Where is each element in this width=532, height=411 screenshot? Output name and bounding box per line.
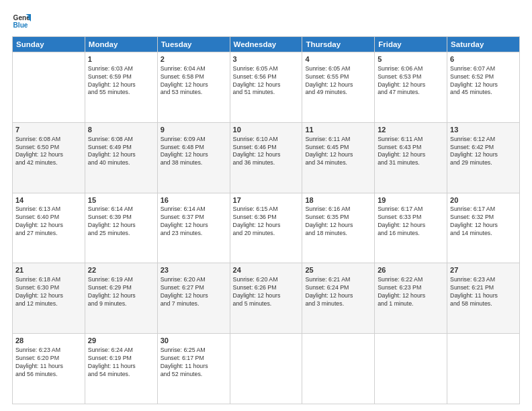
calendar-cell: 1Sunrise: 6:03 AMSunset: 6:59 PMDaylight… — [85, 52, 157, 123]
day-number: 21 — [15, 265, 82, 275]
day-info: Sunrise: 6:14 AM — [161, 205, 227, 214]
day-info: Daylight: 12 hours — [88, 81, 154, 89]
weekday-header-thursday: Thursday — [302, 37, 375, 52]
day-info: Sunrise: 6:06 AM — [378, 65, 444, 73]
day-info: Sunset: 6:39 PM — [88, 214, 154, 222]
day-number: 25 — [305, 265, 371, 275]
day-info: Sunset: 6:40 PM — [15, 214, 82, 222]
day-info: and 9 minutes. — [88, 300, 154, 308]
calendar-cell: 14Sunrise: 6:13 AMSunset: 6:40 PMDayligh… — [13, 193, 85, 263]
day-number: 12 — [378, 125, 444, 135]
day-info: and 49 minutes. — [305, 89, 371, 97]
day-info: Sunrise: 6:23 AM — [450, 276, 517, 284]
day-number: 23 — [161, 265, 227, 275]
day-info: Daylight: 12 hours — [88, 222, 154, 230]
calendar-cell: 21Sunrise: 6:18 AMSunset: 6:30 PMDayligh… — [13, 263, 85, 334]
day-info: Daylight: 12 hours — [233, 81, 300, 89]
day-info: Sunset: 6:19 PM — [88, 355, 154, 363]
day-info: Sunset: 6:45 PM — [305, 144, 371, 152]
day-info: and 54 minutes. — [88, 371, 154, 379]
day-info: Sunset: 6:53 PM — [378, 73, 444, 81]
day-number: 20 — [450, 195, 517, 205]
day-info: and 45 minutes. — [450, 89, 517, 97]
day-number: 27 — [450, 265, 517, 275]
day-number: 8 — [88, 125, 154, 135]
day-info: Daylight: 12 hours — [450, 222, 517, 230]
day-info: Daylight: 12 hours — [450, 151, 517, 159]
calendar-cell: 4Sunrise: 6:05 AMSunset: 6:55 PMDaylight… — [302, 52, 375, 123]
day-number: 30 — [161, 336, 227, 346]
day-info: and 12 minutes. — [15, 300, 82, 308]
day-info: Sunrise: 6:19 AM — [88, 276, 154, 284]
day-info: and 14 minutes. — [450, 230, 517, 238]
logo: General Blue — [12, 12, 34, 31]
calendar-cell — [13, 52, 85, 123]
day-info: and 51 minutes. — [233, 89, 300, 97]
day-info: and 27 minutes. — [15, 230, 82, 238]
day-info: Sunset: 6:23 PM — [378, 284, 444, 292]
day-info: Sunrise: 6:21 AM — [305, 276, 371, 284]
calendar-cell: 27Sunrise: 6:23 AMSunset: 6:21 PMDayligh… — [447, 263, 520, 334]
day-info: Sunrise: 6:10 AM — [233, 136, 300, 144]
day-info: Daylight: 12 hours — [305, 151, 371, 159]
week-row-4: 28Sunrise: 6:23 AMSunset: 6:20 PMDayligh… — [13, 334, 520, 404]
day-number: 3 — [233, 54, 300, 64]
calendar-cell: 29Sunrise: 6:24 AMSunset: 6:19 PMDayligh… — [85, 334, 157, 404]
day-info: and 38 minutes. — [161, 159, 227, 167]
day-info: Sunset: 6:30 PM — [15, 284, 82, 292]
day-number: 13 — [450, 125, 517, 135]
day-number: 7 — [15, 125, 82, 135]
calendar-cell: 6Sunrise: 6:07 AMSunset: 6:52 PMDaylight… — [447, 52, 520, 123]
day-info: and 1 minute. — [378, 300, 444, 308]
day-info: and 25 minutes. — [88, 230, 154, 238]
calendar-cell: 18Sunrise: 6:16 AMSunset: 6:35 PMDayligh… — [302, 193, 375, 263]
weekday-header-sunday: Sunday — [13, 37, 85, 52]
day-info: and 23 minutes. — [161, 230, 227, 238]
day-info: Daylight: 12 hours — [88, 292, 154, 300]
day-info: Sunrise: 6:18 AM — [15, 276, 82, 284]
day-number: 16 — [161, 195, 227, 205]
day-info: Sunrise: 6:07 AM — [450, 65, 517, 73]
day-info: and 3 minutes. — [305, 300, 371, 308]
day-info: Daylight: 12 hours — [305, 81, 371, 89]
day-info: Daylight: 12 hours — [378, 151, 444, 159]
day-info: Sunrise: 6:05 AM — [233, 65, 300, 73]
day-info: and 16 minutes. — [378, 230, 444, 238]
day-info: Sunset: 6:59 PM — [88, 73, 154, 81]
day-info: Sunset: 6:36 PM — [233, 214, 300, 222]
weekday-header-friday: Friday — [375, 37, 447, 52]
day-info: Sunset: 6:43 PM — [378, 144, 444, 152]
day-info: Sunset: 6:24 PM — [305, 284, 371, 292]
day-info: Daylight: 12 hours — [15, 292, 82, 300]
day-number: 24 — [233, 265, 300, 275]
week-row-2: 14Sunrise: 6:13 AMSunset: 6:40 PMDayligh… — [13, 193, 520, 263]
calendar-cell: 22Sunrise: 6:19 AMSunset: 6:29 PMDayligh… — [85, 263, 157, 334]
day-number: 10 — [233, 125, 300, 135]
day-info: and 20 minutes. — [233, 230, 300, 238]
weekday-header-row: SundayMondayTuesdayWednesdayThursdayFrid… — [13, 37, 520, 52]
day-number: 22 — [88, 265, 154, 275]
day-info: Daylight: 12 hours — [161, 292, 227, 300]
day-info: Sunrise: 6:08 AM — [88, 136, 154, 144]
day-info: and 58 minutes. — [450, 300, 517, 308]
day-info: Daylight: 12 hours — [233, 151, 300, 159]
svg-text:Blue: Blue — [13, 21, 28, 29]
calendar-cell — [302, 334, 375, 404]
day-info: and 18 minutes. — [305, 230, 371, 238]
calendar-cell: 20Sunrise: 6:17 AMSunset: 6:32 PMDayligh… — [447, 193, 520, 263]
day-info: Daylight: 12 hours — [15, 222, 82, 230]
weekday-header-tuesday: Tuesday — [157, 37, 230, 52]
page: General Blue SundayMondayTuesdayWednesda… — [0, 0, 532, 411]
day-info: Daylight: 12 hours — [15, 151, 82, 159]
calendar-cell: 23Sunrise: 6:20 AMSunset: 6:27 PMDayligh… — [157, 263, 230, 334]
day-info: Sunrise: 6:15 AM — [233, 205, 300, 214]
week-row-1: 7Sunrise: 6:08 AMSunset: 6:50 PMDaylight… — [13, 122, 520, 193]
week-row-0: 1Sunrise: 6:03 AMSunset: 6:59 PMDaylight… — [13, 52, 520, 123]
day-number: 6 — [450, 54, 517, 64]
day-info: Sunrise: 6:23 AM — [15, 347, 82, 355]
day-info: Sunset: 6:26 PM — [233, 284, 300, 292]
day-info: Daylight: 12 hours — [378, 81, 444, 89]
calendar-cell: 17Sunrise: 6:15 AMSunset: 6:36 PMDayligh… — [230, 193, 302, 263]
day-info: Sunset: 6:27 PM — [161, 284, 227, 292]
day-info: and 53 minutes. — [161, 89, 227, 97]
